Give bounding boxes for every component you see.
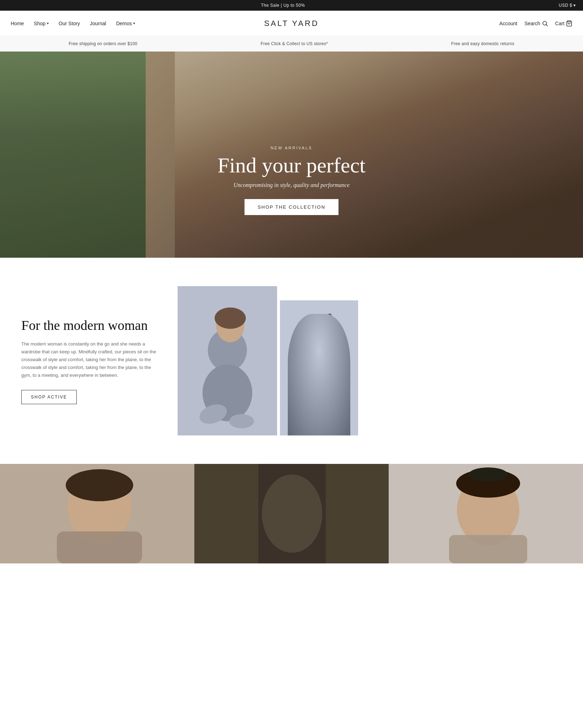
svg-point-12: [299, 373, 339, 427]
svg-point-4: [208, 329, 247, 371]
nav-our-story[interactable]: Our Story: [59, 21, 80, 26]
nav-search[interactable]: Search: [524, 20, 548, 27]
announcement-center: The Sale | Up to 50%: [7, 3, 559, 8]
main-navigation: Home Shop ▾ Our Story Journal Demos ▾ SA…: [0, 11, 583, 36]
svg-point-23: [262, 475, 322, 553]
demos-chevron-icon: ▾: [133, 21, 135, 25]
nav-demos[interactable]: Demos ▾: [116, 21, 135, 26]
info-returns: Free and easy domestic returns: [451, 41, 514, 46]
svg-point-0: [543, 21, 547, 25]
bottom-image-row: [0, 464, 583, 563]
cart-icon: [566, 20, 572, 27]
bottom-image-1: [0, 464, 194, 563]
svg-line-1: [546, 25, 547, 26]
modern-text-block: For the modern woman The modern woman is…: [21, 317, 156, 404]
image-bg-rect: [480, 279, 569, 386]
nav-shop[interactable]: Shop ▾: [34, 21, 49, 26]
bottom-illustration-1: [0, 464, 194, 563]
bottom-illustration-3: [389, 464, 583, 563]
athlete-right-illustration: [280, 300, 358, 435]
currency-selector[interactable]: USD $ ▾: [559, 3, 576, 8]
svg-rect-28: [449, 535, 527, 563]
svg-point-9: [229, 414, 254, 428]
svg-rect-16: [324, 407, 335, 434]
svg-rect-10: [280, 300, 358, 435]
shop-chevron-icon: ▾: [47, 21, 49, 25]
hero-subtitle: Uncompromising in style, quality and per…: [0, 182, 583, 188]
svg-point-13: [307, 317, 331, 347]
announcement-bar: The Sale | Up to 50% USD $ ▾: [0, 0, 583, 11]
search-icon: [542, 20, 548, 27]
hero-cta-button[interactable]: SHOP THE COLLECTION: [244, 199, 339, 215]
nav-left: Home Shop ▾ Our Story Journal Demos ▾: [11, 21, 198, 26]
info-shipping: Free shipping on orders over $100: [69, 41, 137, 46]
athlete-left-illustration: [178, 286, 277, 435]
svg-point-19: [66, 469, 133, 501]
svg-rect-15: [310, 407, 321, 434]
svg-point-5: [203, 364, 252, 421]
nav-right: Account Search Cart: [385, 20, 572, 27]
bottom-image-2: [194, 464, 389, 563]
modern-body: The modern woman is constantly on the go…: [21, 340, 156, 379]
shop-active-button[interactable]: SHOP ACTIVE: [21, 390, 77, 404]
modern-image-left: [178, 286, 277, 435]
hero-title: Find your perfect: [0, 154, 583, 177]
nav-cart[interactable]: Cart: [555, 20, 572, 27]
bottom-illustration-2: [194, 464, 389, 563]
hero-content: NEW ARRIVALS Find your perfect Uncomprom…: [0, 146, 583, 215]
site-logo[interactable]: SALT YARD: [198, 19, 385, 28]
modern-image-right: [280, 300, 358, 435]
modern-heading: For the modern woman: [21, 317, 156, 333]
info-collect: Free Click & Collect to US stores*: [261, 41, 328, 46]
bottom-image-3: [389, 464, 583, 563]
svg-point-11: [302, 338, 336, 377]
svg-point-27: [469, 467, 508, 482]
modern-woman-section: For the modern woman The modern woman is…: [0, 258, 583, 464]
hero-label: NEW ARRIVALS: [0, 146, 583, 150]
nav-home[interactable]: Home: [11, 21, 24, 26]
nav-journal[interactable]: Journal: [90, 21, 106, 26]
svg-point-14: [318, 312, 334, 338]
modern-images: [178, 286, 562, 435]
svg-point-8: [197, 401, 230, 427]
nav-account[interactable]: Account: [500, 21, 518, 26]
hero-section: NEW ARRIVALS Find your perfect Uncomprom…: [0, 52, 583, 258]
svg-rect-20: [57, 531, 142, 563]
info-bar: Free shipping on orders over $100 Free C…: [0, 36, 583, 52]
svg-point-7: [215, 307, 246, 329]
